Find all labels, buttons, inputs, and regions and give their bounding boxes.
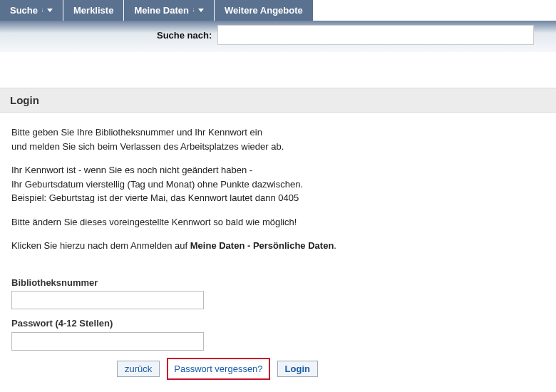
- instruction-para-3: Bitte ändern Sie dieses voreingestellte …: [11, 215, 545, 229]
- nav-meine-daten[interactable]: Meine Daten: [124, 0, 215, 21]
- nav-merkliste[interactable]: Merkliste: [63, 0, 124, 21]
- nav-merkliste-label: Merkliste: [73, 5, 113, 16]
- top-nav: Suche Merkliste Meine Daten Weitere Ange…: [0, 0, 556, 21]
- forgot-password-link[interactable]: Passwort vergessen?: [174, 363, 262, 374]
- instruction-para-4: Klicken Sie hierzu nach dem Anmelden auf…: [11, 239, 545, 253]
- search-bar: Suche nach:: [0, 21, 556, 52]
- chevron-down-icon[interactable]: [42, 9, 53, 12]
- nav-weitere[interactable]: Weitere Angebote: [215, 0, 314, 21]
- nav-weitere-label: Weitere Angebote: [225, 5, 303, 16]
- nav-search[interactable]: Suche: [0, 0, 63, 21]
- page-title: Login: [0, 88, 556, 113]
- libnum-label: Bibliotheksnummer: [11, 276, 545, 290]
- instruction-para-2: Ihr Kennwort ist - wenn Sie es noch nich…: [11, 163, 545, 205]
- button-row: zurück Passwort vergessen? Login: [117, 358, 545, 381]
- libnum-input[interactable]: [11, 291, 204, 309]
- search-input[interactable]: [217, 25, 534, 45]
- nav-meine-daten-label: Meine Daten: [134, 5, 189, 16]
- password-input[interactable]: [11, 332, 204, 351]
- forgot-password-highlight: Passwort vergessen?: [167, 358, 269, 381]
- login-content: Bitte geben Sie Ihre Bibliotheksnummer u…: [0, 113, 556, 392]
- back-button[interactable]: zurück: [117, 361, 160, 377]
- chevron-down-icon[interactable]: [193, 9, 204, 12]
- search-label: Suche nach:: [157, 30, 212, 41]
- password-field: Passwort (4-12 Stellen): [11, 316, 545, 351]
- nav-search-label: Suche: [10, 5, 38, 16]
- login-button[interactable]: Login: [277, 361, 318, 377]
- instruction-para-1: Bitte geben Sie Ihre Bibliotheksnummer u…: [11, 125, 545, 153]
- libnum-field: Bibliotheksnummer: [11, 276, 545, 310]
- password-label: Passwort (4-12 Stellen): [11, 316, 545, 331]
